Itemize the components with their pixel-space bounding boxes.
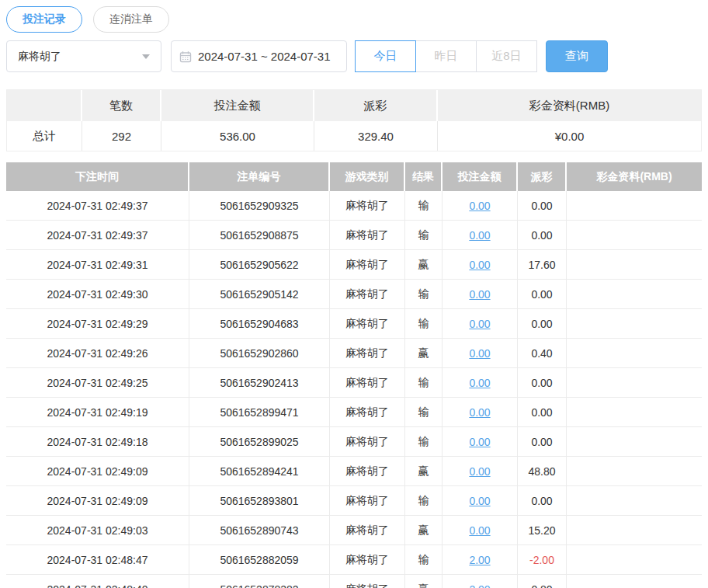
game-type: 麻将胡了: [330, 368, 405, 397]
game-type: 麻将胡了: [330, 191, 405, 220]
bet-time: 2024-07-31 02:49:29: [6, 309, 189, 338]
result: 赢: [405, 575, 442, 588]
order-id: 5061652882059: [189, 545, 330, 574]
table-row: 2024-07-31 02:49:09 5061652893801 麻将胡了 输…: [6, 486, 702, 516]
last-8-days-button[interactable]: 近8日: [476, 40, 537, 72]
result: 赢: [405, 516, 442, 545]
bet-amount-link[interactable]: 0.00: [469, 259, 490, 271]
game-type: 麻将胡了: [330, 250, 405, 279]
header-payout: 派彩: [518, 162, 567, 191]
game-type: 麻将胡了: [330, 457, 405, 485]
payout-value: 48.80: [518, 457, 567, 485]
payout-value: -2.00: [518, 545, 567, 574]
top-tabs: 投注记录 连消注单: [6, 6, 702, 33]
bet-amount-link[interactable]: 0.00: [469, 524, 490, 537]
bet-amount-link[interactable]: 0.00: [469, 229, 490, 242]
bet-amount-link[interactable]: 2.00: [469, 554, 490, 566]
result: 输: [405, 427, 442, 456]
table-row: 2024-07-31 02:49:09 5061652894241 麻将胡了 赢…: [6, 457, 702, 486]
bonus-value: [567, 250, 702, 279]
summary-table: 笔数 投注金额 派彩 彩金资料(RMB) 总计 292 536.00 329.4…: [6, 89, 702, 151]
bonus-value: [567, 457, 702, 485]
summary-total-row: 总计 292 536.00 329.40 ¥0.00: [7, 121, 701, 151]
date-range-value: 2024-07-31 ~ 2024-07-31: [198, 50, 331, 63]
filter-bar: 麻将胡了 2024-07-31 ~ 2024-07-31 今日 昨日 近8日 查…: [6, 40, 702, 72]
bonus-value: [567, 221, 702, 249]
bet-amount-link[interactable]: 0.00: [469, 288, 490, 301]
table-row: 2024-07-31 02:49:37 5061652908875 麻将胡了 输…: [6, 221, 702, 250]
result: 输: [405, 280, 442, 308]
game-type: 麻将胡了: [330, 339, 405, 367]
game-type: 麻将胡了: [330, 221, 405, 249]
bet-amount-link[interactable]: 0.00: [469, 347, 490, 360]
bet-amount-cell: 0.00: [442, 309, 518, 338]
bet-time: 2024-07-31 02:49:09: [6, 486, 189, 515]
bonus-value: [567, 191, 702, 220]
bet-amount-cell: 0.00: [442, 486, 518, 515]
order-id: 5061652902860: [189, 339, 330, 367]
payout-value: 0.00: [518, 486, 567, 515]
table-row: 2024-07-31 02:49:03 5061652890743 麻将胡了 赢…: [6, 516, 702, 545]
result: 输: [405, 486, 442, 515]
payout-value: 0.00: [518, 427, 567, 456]
calendar-icon: [179, 50, 192, 63]
bet-amount-cell: 2.00: [442, 575, 518, 588]
header-game-type: 游戏类别: [330, 162, 405, 191]
bet-amount-link[interactable]: 0.00: [469, 318, 490, 330]
header-bonus: 彩金资料(RMB): [567, 162, 702, 191]
payout-value: 15.20: [518, 516, 567, 545]
bet-time: 2024-07-31 02:49:30: [6, 280, 189, 308]
payout-value: 0.00: [518, 398, 567, 426]
game-type: 麻将胡了: [330, 486, 405, 515]
table-row: 2024-07-31 02:49:18 5061652899025 麻将胡了 输…: [6, 427, 702, 457]
date-range-input[interactable]: 2024-07-31 ~ 2024-07-31: [171, 40, 347, 72]
payout-value: 0.80: [518, 575, 567, 588]
bet-time: 2024-07-31 02:49:37: [6, 191, 189, 220]
game-type: 麻将胡了: [330, 427, 405, 456]
order-id: 5061652899471: [189, 398, 330, 426]
bet-amount-cell: 0.00: [442, 221, 518, 249]
table-row: 2024-07-31 02:49:31 5061652905622 麻将胡了 赢…: [6, 250, 702, 280]
bet-amount-link[interactable]: 0.00: [469, 377, 490, 389]
summary-header-bet: 投注金额: [161, 90, 314, 121]
result: 输: [405, 368, 442, 397]
payout-value: 0.00: [518, 221, 567, 249]
bet-amount-link[interactable]: 0.00: [469, 200, 490, 212]
bet-time: 2024-07-31 02:49:09: [6, 457, 189, 485]
bet-amount-cell: 0.00: [442, 191, 518, 220]
bonus-value: [567, 368, 702, 397]
tab-cancel-orders[interactable]: 连消注单: [93, 6, 169, 33]
summary-total-bonus: ¥0.00: [438, 121, 701, 151]
query-button[interactable]: 查询: [546, 40, 608, 72]
order-id: 5061652894241: [189, 457, 330, 485]
game-select[interactable]: 麻将胡了: [6, 40, 161, 72]
bet-amount-link[interactable]: 0.00: [469, 495, 490, 507]
table-row: 2024-07-31 02:48:40 5061652878382 麻将胡了 赢…: [6, 575, 702, 588]
bet-amount-link[interactable]: 2.00: [469, 583, 490, 588]
order-id: 5061652908875: [189, 221, 330, 249]
bet-time: 2024-07-31 02:49:19: [6, 398, 189, 426]
tab-bet-records[interactable]: 投注记录: [6, 6, 82, 33]
order-id: 5061652893801: [189, 486, 330, 515]
bet-amount-link[interactable]: 0.00: [469, 406, 490, 419]
bonus-value: [567, 516, 702, 545]
summary-header-bonus: 彩金资料(RMB): [438, 90, 701, 121]
today-button[interactable]: 今日: [355, 40, 416, 72]
bonus-value: [567, 398, 702, 426]
yesterday-button[interactable]: 昨日: [415, 40, 477, 72]
bet-time: 2024-07-31 02:48:47: [6, 545, 189, 574]
summary-header-count: 笔数: [82, 90, 161, 121]
table-body: 2024-07-31 02:49:37 5061652909325 麻将胡了 输…: [6, 191, 702, 588]
bet-amount-link[interactable]: 0.00: [469, 465, 490, 478]
table-row: 2024-07-31 02:49:26 5061652902860 麻将胡了 赢…: [6, 339, 702, 368]
order-id: 5061652899025: [189, 427, 330, 456]
table-row: 2024-07-31 02:49:29 5061652904683 麻将胡了 输…: [6, 309, 702, 339]
bet-time: 2024-07-31 02:49:37: [6, 221, 189, 249]
order-id: 5061652909325: [189, 191, 330, 220]
bonus-value: [567, 545, 702, 574]
order-id: 5061652904683: [189, 309, 330, 338]
bet-amount-link[interactable]: 0.00: [469, 436, 490, 448]
summary-total-count: 292: [82, 121, 161, 151]
bet-amount-cell: 0.00: [442, 516, 518, 545]
table-row: 2024-07-31 02:49:19 5061652899471 麻将胡了 输…: [6, 398, 702, 427]
